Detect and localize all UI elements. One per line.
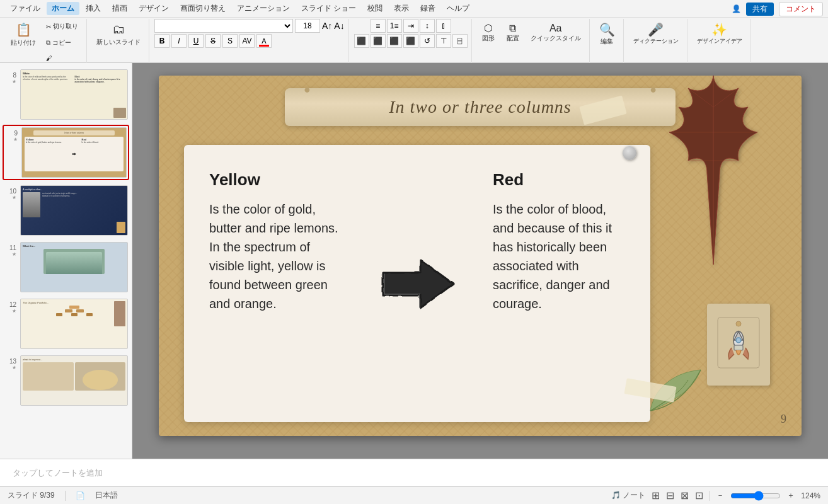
red-heading: Red [493,170,625,190]
slide-preview-10[interactable]: A multiplex idea... contrasted with just… [20,185,128,236]
italic-button[interactable]: I [171,34,187,48]
comment-button[interactable]: コメント [779,2,823,16]
pin-decoration [623,146,636,160]
menu-record[interactable]: 録音 [415,2,440,15]
separator [710,491,710,501]
slide-canvas[interactable]: In two or three columns Yellow Is the co… [159,76,802,436]
design-ideas-button[interactable]: ✨ デザインアイデア [693,19,747,49]
slide-preview-13[interactable]: what to improve... [20,355,128,406]
shapes-icon: ⬡ [484,22,493,34]
notes-bar[interactable]: タップしてノートを追加 [0,459,828,486]
slide-info: スライド 9/39 [8,490,55,501]
content-area: In two or three columns Yellow Is the co… [132,63,828,459]
slide-num-9: 9 [5,127,18,142]
slide-preview-12[interactable]: The Organic Portfolio... [20,299,128,349]
format-painter-icon: 🖌 [46,55,52,62]
slide-thumb-13[interactable]: 13 what to improve... [3,354,129,407]
arrow-illustration [367,170,468,397]
zoom-slider[interactable] [730,491,781,501]
yellow-column: Yellow Is the color of gold, butter and … [209,170,342,397]
cut-button[interactable]: ✂切り取り [42,19,83,34]
slide-preview-11[interactable]: What the... [20,242,128,292]
menu-design[interactable]: デザイン [134,2,174,15]
menu-slideshow[interactable]: スライド ショー [296,2,361,15]
shadow-button[interactable]: S [222,34,238,48]
arrange-button[interactable]: ⧉ 配置 [502,20,524,46]
zoom-in-button[interactable]: ＋ [787,490,795,501]
slide-panel: 8 White Is the color of milk and fresh s… [0,63,132,459]
shapes-button[interactable]: ⬡ 図形 [477,19,500,46]
align-center-button[interactable]: ⬛ [371,34,386,48]
zoom-level: 124% [801,491,820,500]
font-color-button[interactable]: A [256,34,272,48]
menu-insert[interactable]: 挿入 [81,2,106,15]
share-icon: 👤 [732,4,741,13]
menu-view[interactable]: 表示 [389,2,414,15]
presenter-view-button[interactable]: ⊡ [695,490,703,501]
slide-sorter-button[interactable]: ⊟ [666,490,674,501]
dictation-button[interactable]: 🎤 ディクテーション [629,19,683,49]
notes-placeholder: タップしてノートを追加 [13,467,103,479]
new-slide-button[interactable]: 🗂 新しいスライド [92,19,145,50]
line-spacing-button[interactable]: ↕ [420,19,435,33]
align-text-button[interactable]: ⊤ [436,34,451,48]
menu-home[interactable]: ホーム [47,2,79,15]
menu-animations[interactable]: アニメーション [232,2,295,15]
slide-thumb-8[interactable]: 8 White Is the color of milk and fresh s… [3,68,129,121]
bullet-list-button[interactable]: ≡ [371,19,386,33]
font-name-select[interactable] [154,19,293,33]
svg-point-12 [736,338,741,343]
menu-bar: ファイル ホーム 挿入 描画 デザイン 画面切り替え アニメーション スライド … [0,0,828,18]
svg-rect-11 [734,345,743,350]
page-view-icon[interactable]: 📄 [76,491,85,500]
menu-transitions[interactable]: 画面切り替え [175,2,231,15]
paste-button[interactable]: 📋 貼り付け [6,19,40,50]
text-direction-button[interactable]: ↺ [420,34,435,48]
note-button[interactable]: 🎵 ノート [611,490,645,501]
top-right-actions: 👤 共有 コメント [732,0,828,18]
bold-button[interactable]: B [154,34,170,48]
underline-button[interactable]: U [188,34,204,48]
menu-file[interactable]: ファイル [5,2,45,15]
slide-preview-8[interactable]: White Is the color of milk and fresh sno… [20,69,128,120]
slide-thumb-12[interactable]: 12 The Organic Portfolio... [3,297,129,350]
numbered-list-button[interactable]: 1≡ [387,19,402,33]
align-left-button[interactable]: ⬛ [354,34,369,48]
cut-icon: ✂ [46,23,51,30]
red-body: Is the color of blood, and because of th… [493,200,625,313]
columns-button[interactable]: ⫿ [436,19,451,33]
reading-view-button[interactable]: ⊠ [681,490,689,501]
slide-thumb-10[interactable]: 10 A multiplex idea... contrasted with j… [3,184,129,237]
main-layout: 8 White Is the color of milk and fresh s… [0,63,828,459]
font-grow-icon[interactable]: A↑ [322,21,332,31]
justify-button[interactable]: ⬛ [403,34,418,48]
font-size-input[interactable] [295,19,320,33]
zoom-out-button[interactable]: － [716,490,724,501]
strikethrough-button[interactable]: S [205,34,221,48]
align-right-button[interactable]: ⬛ [387,34,402,48]
quick-styles-button[interactable]: Aa クイックスタイル [526,20,585,46]
status-bar: スライド 9/39 📄 日本語 🎵 ノート ⊞ ⊟ ⊠ ⊡ － ＋ 124% [0,486,828,504]
font-spacing-button[interactable]: AV [239,34,255,48]
font-shrink-icon[interactable]: A↓ [334,21,344,31]
slide-preview-9[interactable]: In two or three columns Yellow Is the co… [21,127,127,178]
status-right: 🎵 ノート ⊞ ⊟ ⊠ ⊡ － ＋ 124% [611,490,820,501]
normal-view-button[interactable]: ⊞ [652,490,660,501]
edit-button[interactable]: 🔍 編集 [595,19,619,49]
menu-draw[interactable]: 描画 [107,2,132,15]
share-button[interactable]: 共有 [746,3,774,16]
slide-thumb-11[interactable]: 11 What the... [3,241,129,294]
slide-num-13: 13 [4,355,16,370]
indent-button[interactable]: ⇥ [403,19,418,33]
ribbon: 📋 貼り付け ✂切り取り ⧉コピー 🖌 クリップボード 🗂 新しいスライド [0,18,828,63]
new-slide-icon: 🗂 [112,22,125,37]
slide-thumb-9[interactable]: 9 In two or three columns Yellow Is the … [3,125,129,180]
content-card: Yellow Is the color of gold, butter and … [184,145,650,422]
menu-help[interactable]: ヘルプ [442,2,474,15]
slide-number: 9 [781,413,786,426]
smartart-button[interactable]: ⌸ [452,34,468,48]
slide-num-12: 12 [4,299,16,314]
slide-title: In two or three columns [389,97,572,117]
copy-button[interactable]: ⧉コピー [42,35,83,50]
menu-review[interactable]: 校閲 [362,2,388,15]
